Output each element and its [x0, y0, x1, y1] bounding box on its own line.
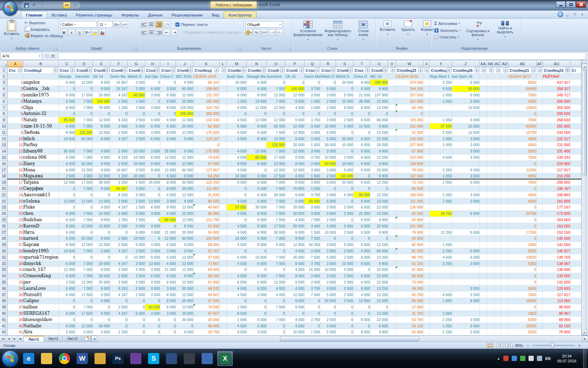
- cell-W13[interactable]: 227 500: [396, 142, 423, 148]
- cell-H19[interactable]: 25 000: [145, 179, 160, 185]
- cell-AA29[interactable]: [479, 241, 487, 248]
- cell-J39[interactable]: 12 000: [176, 304, 194, 310]
- cell-V10[interactable]: [388, 123, 396, 129]
- grow-font-button[interactable]: А▲: [114, 21, 120, 28]
- cell-W6[interactable]: 107 000: [396, 98, 423, 104]
- cell-AE17[interactable]: 11250: [508, 167, 536, 173]
- cell-K42[interactable]: 48 000: [194, 323, 219, 329]
- cell-S43[interactable]: 0: [336, 329, 354, 335]
- cell-A2[interactable]: [8, 73, 23, 80]
- cell-S5[interactable]: 5 000: [336, 92, 354, 98]
- cell-E4[interactable]: 9 000: [93, 86, 110, 92]
- cell-AC42[interactable]: [494, 323, 501, 329]
- cell-G4[interactable]: 2 500: [127, 86, 145, 92]
- cell-AG30[interactable]: 140 917: [543, 248, 570, 254]
- cell-AG26[interactable]: 153 000: [543, 223, 570, 229]
- cell-O41[interactable]: 7 000: [267, 316, 285, 323]
- cell-AC35[interactable]: [494, 279, 501, 285]
- cell-B22[interactable]: o1elena: [23, 198, 59, 204]
- cell-X37[interactable]: [423, 292, 430, 298]
- scroll-up-arrow[interactable]: ▲: [582, 64, 587, 69]
- cell-E11[interactable]: 12 000: [93, 129, 110, 136]
- cell-W19[interactable]: 73 750: [396, 179, 423, 185]
- cell-N21[interactable]: 6 000: [247, 192, 267, 198]
- cell-B2[interactable]: [23, 73, 59, 80]
- cell-L19[interactable]: [219, 179, 227, 185]
- cell-Y8[interactable]: [430, 111, 452, 117]
- cell-H8[interactable]: 0: [145, 111, 160, 117]
- cell-C36[interactable]: 6 000: [58, 285, 75, 292]
- cell-I7[interactable]: 8 000: [160, 104, 176, 111]
- cell-F40[interactable]: 4 167: [110, 310, 128, 316]
- cell-AA8[interactable]: [479, 111, 487, 117]
- cell-M10[interactable]: 6 000: [226, 123, 246, 129]
- column-header-AE[interactable]: AE: [508, 61, 536, 67]
- cell-S8[interactable]: 0: [336, 111, 354, 117]
- row-header-24[interactable]: 24: [0, 210, 8, 217]
- cell-AB27[interactable]: [487, 229, 494, 236]
- cell-AB14[interactable]: [487, 148, 494, 154]
- cell-S37[interactable]: 2 500: [336, 292, 354, 298]
- cell-C8[interactable]: 0: [58, 111, 75, 117]
- cell-Y18[interactable]: 1 050: [430, 173, 452, 179]
- cell-C4[interactable]: 0: [58, 86, 75, 92]
- align-bottom-button[interactable]: [156, 21, 162, 28]
- cell-G27[interactable]: 5 000: [127, 229, 145, 236]
- cell-M25[interactable]: 0: [226, 217, 246, 223]
- cell-K8[interactable]: 300 000: [194, 111, 219, 117]
- cell-M42[interactable]: 4 500: [226, 323, 246, 329]
- cell-P3[interactable]: 0: [285, 80, 304, 86]
- cell-R28[interactable]: 0: [320, 236, 336, 242]
- cell-L12[interactable]: [219, 136, 227, 142]
- cell-C7[interactable]: 8 000: [58, 104, 75, 111]
- cell-V8[interactable]: [388, 111, 396, 117]
- cell-AD21[interactable]: [501, 192, 509, 198]
- cell-AB41[interactable]: [487, 316, 494, 323]
- cell-I20[interactable]: 6 500: [160, 185, 176, 192]
- cell-K39[interactable]: 79 500: [194, 304, 219, 310]
- cell-L43[interactable]: [219, 329, 227, 335]
- cell-D32[interactable]: 7 000: [75, 260, 93, 267]
- cell-K31[interactable]: 37 500: [194, 254, 219, 260]
- cell-S19[interactable]: 20 000: [336, 179, 354, 185]
- cell-Z23[interactable]: [452, 204, 479, 211]
- cell-T22[interactable]: 6 500: [354, 198, 370, 204]
- cell-X35[interactable]: [423, 279, 430, 285]
- cell-E27[interactable]: 0: [93, 229, 110, 236]
- cell-A14[interactable]: 12: [8, 148, 23, 154]
- cell-W28[interactable]: 45 500: [396, 236, 423, 242]
- tab-vstavka[interactable]: Вставка: [47, 12, 71, 18]
- cell-AG40[interactable]: 90 467: [543, 310, 570, 316]
- cell-B17[interactable]: Mona: [23, 167, 59, 173]
- cell-AG38[interactable]: 113 050: [543, 298, 570, 304]
- cell-I38[interactable]: 8 000: [160, 298, 176, 304]
- cell-AG42[interactable]: 82 150: [543, 323, 570, 329]
- cell-P16[interactable]: 9 000: [285, 161, 304, 167]
- cell-T28[interactable]: 0: [354, 236, 370, 242]
- cell-AC7[interactable]: [494, 104, 501, 111]
- insert-cells-button[interactable]: Вставить▾: [378, 20, 398, 46]
- cell-G13[interactable]: [127, 142, 145, 148]
- row-header-33[interactable]: 33: [0, 267, 8, 273]
- filter-button-G[interactable]: ▼: [140, 68, 145, 72]
- cell-R18[interactable]: 2 000: [320, 173, 336, 179]
- cell-AA31[interactable]: [479, 254, 487, 260]
- cell-K29[interactable]: 58 000: [194, 241, 219, 248]
- undo-dropdown[interactable]: ▾: [39, 2, 46, 9]
- cell-G32[interactable]: 2 500: [127, 260, 145, 267]
- cell-R40[interactable]: 0: [320, 310, 336, 316]
- cell-E10[interactable]: 9 000: [93, 123, 110, 129]
- cell-Y30[interactable]: 2 250: [430, 248, 452, 254]
- cell-AE14[interactable]: 3000: [508, 148, 536, 154]
- cell-I16[interactable]: 6 500: [160, 161, 176, 167]
- cell-B4[interactable]: Contra__2sh: [23, 86, 59, 92]
- cell-O31[interactable]: 7 000: [267, 254, 285, 260]
- cell-G3[interactable]: 2 500: [127, 80, 145, 86]
- cell-M29[interactable]: 4 500: [226, 241, 246, 248]
- explorer-taskbar-button[interactable]: [92, 351, 108, 366]
- cell-A26[interactable]: 24: [8, 223, 23, 229]
- row-header-20[interactable]: 20: [0, 185, 8, 192]
- cell-N27[interactable]: 6 000: [247, 229, 267, 236]
- cell-Q6[interactable]: 1 500: [304, 98, 320, 104]
- cell-H27[interactable]: 3 000: [145, 229, 160, 236]
